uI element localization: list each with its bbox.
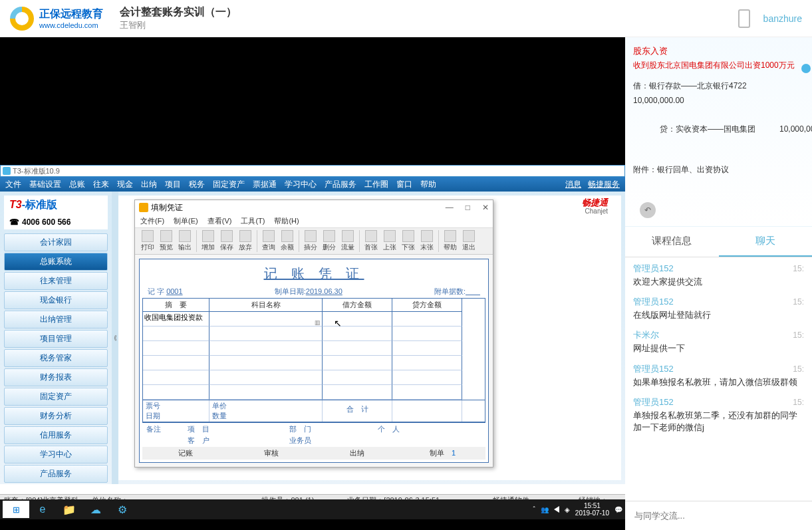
menu-item-1[interactable]: 基础设置 — [29, 179, 61, 190]
nav-item-0[interactable]: 会计家园 — [4, 233, 108, 251]
menu-item-12[interactable]: 工作圈 — [364, 179, 388, 190]
chat-list[interactable]: 管理员15215:欢迎大家提供交流管理员15215:在线版网址登陆就行卡米尔15… — [625, 257, 812, 501]
dlg-menu-1[interactable]: 制单(E) — [174, 216, 198, 226]
voucher-no[interactable]: 0001 — [166, 287, 182, 295]
toolbar-预览[interactable]: 预览 — [158, 230, 175, 252]
chat-item: 管理员15215:如果单独报名私教班，请加入微信班级群领 — [633, 363, 804, 388]
nav-item-7[interactable]: 财务报表 — [4, 368, 108, 386]
maximize-icon[interactable]: □ — [466, 203, 470, 212]
menu-msg[interactable]: 消息 — [565, 179, 581, 190]
menu-item-8[interactable]: 固定资产 — [213, 179, 245, 190]
nav-item-10[interactable]: 信用服务 — [4, 426, 108, 444]
nav-item-4[interactable]: 出纳管理 — [4, 311, 108, 329]
side-panel: 股东入资 收到股东北京国电集团有限公司出资1000万元 借：银行存款——北京银行… — [625, 37, 812, 530]
toolbar-删分[interactable]: 删分 — [321, 230, 338, 252]
voucher-row[interactable]: 收国电集团投资款▥ — [143, 312, 485, 327]
menu-item-2[interactable]: 总账 — [69, 179, 85, 190]
voucher-row[interactable] — [143, 327, 485, 341]
toolbar-上张[interactable]: 上张 — [381, 230, 398, 252]
nav-item-8[interactable]: 固定资产 — [4, 388, 108, 406]
toolbar-查询[interactable]: 查询 — [260, 230, 277, 252]
menu-item-4[interactable]: 现金 — [117, 179, 133, 190]
menu-item-11[interactable]: 产品服务 — [325, 179, 356, 190]
voucher-dialog: 填制凭证 — □ ✕ 文件(F)制单(E)查看(V)工具(T)帮助(H) 打印预… — [134, 199, 493, 467]
chat-input[interactable] — [634, 511, 803, 521]
menu-item-3[interactable]: 往来 — [93, 179, 109, 190]
menu-item-0[interactable]: 文件 — [5, 179, 21, 190]
toolbar-下张[interactable]: 下张 — [400, 230, 417, 252]
toolbar-打印[interactable]: 打印 — [139, 230, 156, 252]
sidebar-handle[interactable]: ⟪ — [112, 192, 118, 484]
tray-network-icon[interactable]: ◈ — [565, 506, 570, 513]
menu-item-7[interactable]: 税务 — [189, 179, 205, 190]
chat-item: 管理员15215:欢迎大家提供交流 — [633, 263, 804, 288]
toolbar-保存[interactable]: 保存 — [218, 230, 235, 252]
toolbar-插分[interactable]: 插分 — [302, 230, 319, 252]
tray-action-icon[interactable]: 💬 — [614, 506, 622, 513]
toolbar-末张[interactable]: 末张 — [418, 230, 436, 252]
chat-user: 管理员152 — [633, 396, 674, 408]
tray-volume-icon[interactable] — [554, 506, 559, 513]
toolbar-退出[interactable]: 退出 — [460, 230, 477, 252]
bottom-book: 记账 — [142, 448, 228, 458]
toolbar-帮助[interactable]: 帮助 — [442, 230, 459, 252]
back-icon[interactable]: ↶ — [640, 202, 656, 218]
menu-item-10[interactable]: 学习中心 — [285, 179, 317, 190]
toolbar-输出[interactable]: 输出 — [176, 230, 194, 252]
taskbar-edge[interactable]: e — [29, 501, 56, 518]
menu-item-14[interactable]: 帮助 — [420, 179, 436, 190]
close-icon[interactable]: ✕ — [482, 203, 489, 212]
chat-msg: 单独报名私教班第二季，还没有加群的同学加一下老师的微信j — [633, 410, 804, 434]
toolbar-放弃[interactable]: 放弃 — [237, 230, 254, 252]
tab-course-info[interactable]: 课程信息 — [625, 227, 719, 257]
toolbar-增加[interactable]: 增加 — [200, 230, 217, 252]
toolbar-流量[interactable]: 流量 — [339, 230, 356, 252]
chat-time: 15: — [793, 331, 804, 340]
toolbar-首张[interactable]: 首张 — [362, 230, 380, 252]
nav-item-6[interactable]: 税务管家 — [4, 349, 108, 367]
toolbar-余额[interactable]: 余额 — [279, 230, 296, 252]
dialog-menu: 文件(F)制单(E)查看(V)工具(T)帮助(H) — [135, 215, 493, 228]
dlg-menu-0[interactable]: 文件(F) — [140, 216, 164, 226]
voucher-row[interactable] — [143, 385, 485, 400]
nav-item-9[interactable]: 财务分析 — [4, 407, 108, 425]
chat-input-area — [625, 501, 812, 530]
menu-item-13[interactable]: 窗口 — [396, 179, 412, 190]
tray-people-icon[interactable]: 👥 — [541, 506, 549, 513]
username[interactable]: banzhure — [763, 13, 802, 24]
nav-item-11[interactable]: 学习中心 — [4, 446, 108, 464]
chat-user: 管理员152 — [633, 263, 674, 275]
tray-up-icon[interactable]: ˆ — [533, 506, 535, 513]
chat-msg: 网址提供一下 — [633, 342, 804, 354]
tab-chat[interactable]: 聊天 — [719, 227, 813, 257]
nav-item-12[interactable]: 产品服务 — [4, 465, 108, 483]
phone-icon[interactable] — [738, 9, 750, 28]
start-button[interactable]: ⊞ — [3, 501, 29, 518]
taskbar-app2[interactable]: ⚙ — [109, 501, 136, 518]
nav-item-2[interactable]: 往来管理 — [4, 272, 108, 290]
dlg-menu-2[interactable]: 查看(V) — [207, 216, 232, 226]
nav-item-1[interactable]: 总账系统 — [4, 253, 108, 271]
nav-item-5[interactable]: 项目管理 — [4, 330, 108, 348]
chat-time: 15: — [793, 364, 804, 374]
menu-service[interactable]: 畅捷服务 — [588, 179, 620, 190]
chat-msg: 欢迎大家提供交流 — [633, 276, 804, 288]
voucher-date[interactable]: 2019.06.30 — [306, 287, 342, 295]
menu-item-9[interactable]: 票据通 — [253, 179, 277, 190]
dlg-menu-4[interactable]: 帮助(H) — [274, 216, 299, 226]
dlg-menu-3[interactable]: 工具(T) — [241, 216, 265, 226]
taskbar-app1[interactable]: ☁ — [82, 501, 109, 518]
chat-time: 15: — [793, 297, 804, 307]
windows-app: T3-标准版10.9 文件基础设置总账往来现金出纳项目税务固定资产票据通学习中心… — [0, 165, 625, 496]
minimize-icon[interactable]: — — [446, 203, 454, 212]
menu-item-5[interactable]: 出纳 — [141, 179, 157, 190]
menu-item-6[interactable]: 项目 — [165, 179, 181, 190]
attach-count[interactable] — [466, 287, 480, 295]
taskbar-explorer[interactable]: 📁 — [56, 501, 82, 518]
panel-tabs: 课程信息 聊天 — [625, 227, 812, 257]
voucher-row[interactable] — [143, 356, 485, 370]
voucher-row[interactable] — [143, 341, 485, 356]
voucher-row[interactable] — [143, 370, 485, 385]
nav-item-3[interactable]: 现金银行 — [4, 291, 108, 309]
taskbar-clock[interactable]: 15:51 2019-07-10 — [575, 502, 609, 517]
